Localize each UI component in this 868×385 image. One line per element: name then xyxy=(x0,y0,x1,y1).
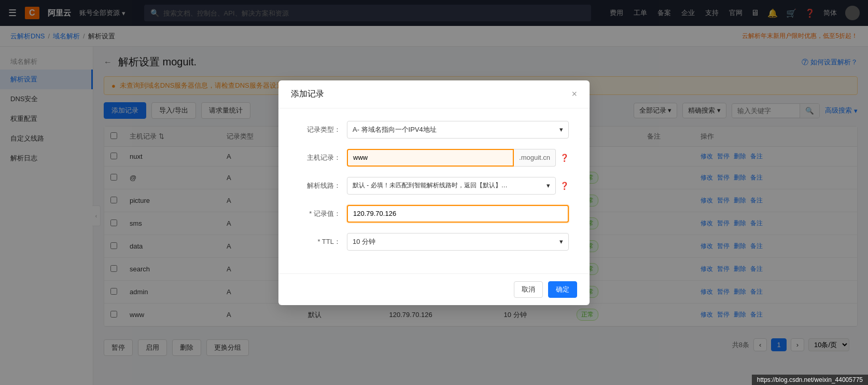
host-record-label: 主机记录： xyxy=(299,153,341,162)
record-value-label: * 记录值： xyxy=(299,209,341,218)
modal-footer: 取消 确定 xyxy=(278,273,590,305)
modal-close-button[interactable]: × xyxy=(571,89,577,100)
host-record-row: 主机记录： .moguit.cn ❓ xyxy=(299,149,569,167)
line-chevron-icon: ▾ xyxy=(547,182,550,189)
line-row: 解析线路： 默认 - 必填！未匹配到智能解析线路时，返回【默认】线路设... ▾… xyxy=(299,177,569,195)
ttl-select[interactable]: 10 分钟 ▾ xyxy=(347,233,569,251)
host-help-icon[interactable]: ❓ xyxy=(560,154,569,162)
modal-title: 添加记录 xyxy=(291,89,324,100)
line-help-icon[interactable]: ❓ xyxy=(560,182,569,190)
ttl-row: * TTL： 10 分钟 ▾ xyxy=(299,233,569,251)
record-type-row: 记录类型： A- 将域名指向一个IPV4地址 ▾ xyxy=(299,121,569,139)
modal-overlay: 添加记录 × 记录类型： A- 将域名指向一个IPV4地址 ▾ 主机记录： .m… xyxy=(0,0,868,385)
record-value-row: * 记录值： xyxy=(299,205,569,223)
host-input[interactable] xyxy=(347,149,514,167)
ttl-chevron-icon: ▾ xyxy=(559,238,563,245)
line-select[interactable]: 默认 - 必填！未匹配到智能解析线路时，返回【默认】线路设... ▾ xyxy=(347,177,556,195)
host-row: .moguit.cn xyxy=(347,149,556,167)
confirm-button[interactable]: 确定 xyxy=(548,281,577,298)
cancel-button[interactable]: 取消 xyxy=(514,281,543,298)
url-bar: https://blog.csdn.net/weixin_44005775 xyxy=(752,375,868,385)
add-record-modal: 添加记录 × 记录类型： A- 将域名指向一个IPV4地址 ▾ 主机记录： .m… xyxy=(278,80,590,305)
modal-body: 记录类型： A- 将域名指向一个IPV4地址 ▾ 主机记录： .moguit.c… xyxy=(278,108,590,273)
record-type-select[interactable]: A- 将域名指向一个IPV4地址 ▾ xyxy=(347,121,569,139)
ttl-label: * TTL： xyxy=(299,237,341,246)
record-type-chevron-icon: ▾ xyxy=(559,126,563,133)
record-value-input[interactable] xyxy=(347,205,569,223)
modal-header: 添加记录 × xyxy=(278,80,590,108)
line-label: 解析线路： xyxy=(299,181,341,190)
record-type-label: 记录类型： xyxy=(299,125,341,134)
host-suffix: .moguit.cn xyxy=(514,149,556,167)
